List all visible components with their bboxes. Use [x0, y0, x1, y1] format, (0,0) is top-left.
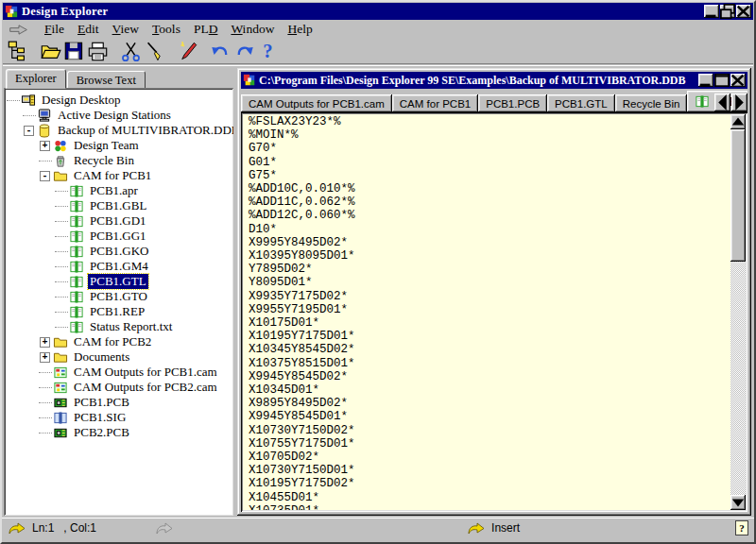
tree-item-pcb2-pcb[interactable]: PCB2.PCB: [7, 425, 231, 440]
tab-scroll-right-button[interactable]: [731, 94, 747, 111]
menu-view[interactable]: View: [106, 21, 146, 38]
tree-item-cam-outputs-for-pcb1-cam[interactable]: CAM Outputs for PCB1.cam: [7, 365, 231, 380]
tree-dotted-line: [55, 251, 68, 252]
help-badge[interactable]: ?: [735, 520, 748, 536]
tree-indent: [7, 251, 55, 252]
menu-help[interactable]: Help: [281, 21, 318, 38]
tree-item-label: Design Team: [72, 138, 141, 153]
tree-connector: [55, 229, 69, 244]
document-minimize-button[interactable]: [698, 74, 713, 87]
tree-item-pcb1-gg1[interactable]: PCB1.GG1: [7, 229, 231, 244]
cam-doc-icon: [53, 366, 68, 380]
redo-button[interactable]: [232, 41, 256, 62]
tree-indent: [7, 387, 39, 388]
tree-item-pcb1-gd1[interactable]: PCB1.GD1: [7, 213, 231, 229]
tree-item-cam-for-pcb1[interactable]: -CAM for PCB1: [7, 168, 231, 183]
tree-dotted-line: [39, 372, 52, 373]
tree-item-cam-outputs-for-pcb2-cam[interactable]: CAM Outputs for PCB2.cam: [7, 380, 231, 395]
tree-indent: [7, 115, 23, 116]
tree-item-design-desktop[interactable]: Design Desktop: [7, 93, 231, 108]
tree-item-pcb1-rep[interactable]: PCB1.REP: [7, 304, 231, 319]
window-minimize-button[interactable]: [704, 5, 719, 18]
tree-dotted-line: [39, 402, 52, 403]
document-window: C:\Program Files\Design Explorer 99 SE\E…: [237, 68, 751, 516]
tree-item-pcb1-gbl[interactable]: PCB1.GBL: [7, 198, 231, 213]
panel-tab-browse-text[interactable]: Browse Text: [67, 71, 146, 88]
window-close-button[interactable]: [736, 5, 751, 18]
tree-item-label: PCB1.GTL: [88, 274, 148, 289]
expand-plus-icon[interactable]: +: [40, 337, 50, 348]
probe-button[interactable]: [143, 41, 166, 62]
workstation-icon: [37, 109, 52, 123]
tree-connector: [23, 108, 37, 123]
cut-icon: [120, 41, 142, 62]
tree-item-pcb1-gko[interactable]: PCB1.GKO: [7, 244, 231, 259]
statusbar: Ln:1 , Col:1 Insert ?: [2, 518, 754, 536]
document-close-button[interactable]: [730, 74, 746, 87]
toolbar: ?: [2, 39, 754, 63]
menu-edit[interactable]: Edit: [71, 21, 106, 38]
gerber-doc-icon: [69, 320, 84, 334]
scrollbar-thumb[interactable]: [730, 129, 746, 262]
design-manager-button[interactable]: [6, 41, 29, 62]
tree-item-pcb1-pcb[interactable]: PCB1.PCB: [7, 395, 231, 410]
tree-item-pcb1-gtl[interactable]: PCB1.GTL: [7, 274, 231, 289]
gerber-text-editor[interactable]: %FSLAX23Y23*% %MOIN*% G70* G01* G75* %AD…: [243, 114, 730, 510]
menu-pld[interactable]: PLD: [187, 21, 225, 38]
collapse-minus-icon[interactable]: -: [40, 171, 50, 181]
vertical-scrollbar[interactable]: [730, 114, 746, 510]
tab-scroll-left-button[interactable]: [714, 94, 730, 111]
undo-button[interactable]: [209, 41, 232, 62]
tree-item-status-report-txt[interactable]: Status Report.txt: [7, 319, 231, 334]
panel-tab-explorer[interactable]: Explorer: [6, 69, 66, 89]
menu-window[interactable]: Window: [224, 21, 281, 38]
doc-tab-recycle-bin[interactable]: Recycle Bin: [615, 94, 688, 112]
doc-tab-pcb1-gtl[interactable]: PCB1.GTL: [547, 94, 615, 112]
scroll-up-button[interactable]: [730, 114, 746, 129]
doc-tab-cam-outputs-for-pcb1-cam[interactable]: CAM Outputs for PCB1.cam: [241, 94, 392, 112]
sig-doc-icon: [53, 411, 68, 425]
save-button[interactable]: [62, 41, 86, 62]
tree-item-pcb1-gto[interactable]: PCB1.GTO: [7, 289, 231, 304]
pen-button[interactable]: [176, 41, 199, 62]
collapse-minus-icon[interactable]: -: [24, 126, 34, 136]
menu-tools[interactable]: Tools: [146, 21, 187, 38]
tree-item-active-design-stations[interactable]: Active Design Stations: [7, 108, 231, 123]
tree-item-label: PCB1.apr: [88, 183, 140, 198]
tree-item-pcb1-sig[interactable]: PCB1.SIG: [7, 410, 231, 425]
document-maximize-button[interactable]: [714, 74, 730, 87]
expand-plus-icon[interactable]: +: [40, 352, 50, 363]
expand-plus-icon[interactable]: +: [40, 141, 50, 151]
tree-indent: [7, 281, 55, 282]
tree-item-recycle-bin[interactable]: Recycle Bin: [7, 153, 231, 168]
doc-tab-pcb1-pcb[interactable]: PCB1.PCB: [478, 94, 547, 112]
gerber-doc-icon: [69, 214, 84, 229]
tree-connector: [55, 259, 69, 274]
scrollbar-track[interactable]: [730, 129, 746, 495]
tree-item-pcb1-gm4[interactable]: PCB1.GM4: [7, 259, 231, 274]
tree-item-pcb1-apr[interactable]: PCB1.apr: [7, 183, 231, 198]
tree-indent: [7, 130, 23, 131]
tree-connector: +: [39, 349, 53, 365]
window-restore-button[interactable]: [720, 5, 735, 18]
tree-indent: [7, 145, 39, 146]
print-button[interactable]: [86, 41, 110, 62]
insert-mode-indicator: Insert: [491, 521, 520, 535]
tree-item-backup-of-multivibrator-ddb[interactable]: -Backup of MULTIVIBRATOR.DDB: [7, 123, 231, 138]
doc-tab-cam-for-pcb1[interactable]: CAM for PCB1: [392, 94, 478, 112]
tree-item-label: PCB2.PCB: [72, 425, 131, 440]
scroll-down-button[interactable]: [730, 495, 746, 510]
tree-item-design-team[interactable]: +Design Team: [7, 138, 231, 153]
tree-item-label: Documents: [72, 349, 131, 365]
menu-file[interactable]: File: [38, 21, 71, 38]
tree-connector: -: [39, 168, 53, 183]
doc-tab-label: CAM Outputs for PCB1.cam: [249, 98, 385, 110]
help-button[interactable]: ?: [256, 41, 280, 62]
tree-item-documents[interactable]: +Documents: [7, 349, 231, 365]
tree-item-cam-for-pcb2[interactable]: +CAM for PCB2: [7, 334, 231, 349]
menu-arrow-icon: [8, 24, 30, 36]
cut-button[interactable]: [119, 41, 143, 62]
open-folder-button[interactable]: [39, 41, 62, 62]
folder-icon: [53, 335, 68, 349]
tree-dotted-line: [55, 221, 68, 222]
